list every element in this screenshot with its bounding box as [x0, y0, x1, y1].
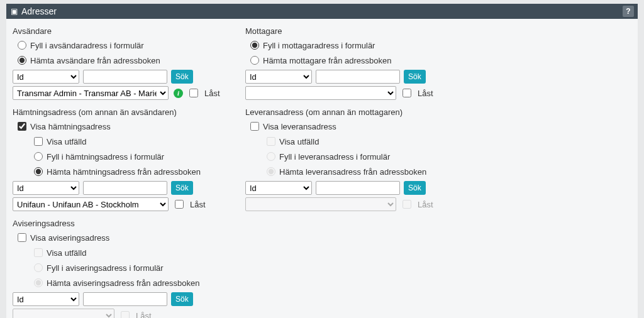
delivery-section: Leveransadress (om annan än mottagaren) … [245, 107, 465, 219]
pickup-expanded-checkbox[interactable] [34, 137, 43, 146]
sender-radio-fill-input[interactable] [18, 41, 26, 50]
sender-id-select[interactable]: Id [13, 70, 79, 84]
sender-locked-checkbox[interactable] [189, 89, 198, 97]
sender-locked-label: Låst [204, 89, 220, 98]
receiver-radio-fill-input[interactable] [250, 41, 259, 50]
receiver-radio-fetch-input[interactable] [250, 56, 259, 65]
notify-result-select [13, 309, 114, 318]
pickup-radio-fill-input[interactable] [34, 152, 43, 161]
delivery-locked-checkbox [402, 200, 411, 209]
sender-radio-fetch-label: Hämta avsändare från adressboken [30, 56, 160, 65]
notify-radio-fetch: Hämta aviseringsadress från adressboken [13, 276, 233, 290]
notify-locked-checkbox [121, 311, 130, 318]
notify-radio-fetch-input [34, 278, 43, 287]
delivery-id-select[interactable]: Id [245, 181, 312, 195]
sender-search-button[interactable]: Sök [171, 70, 193, 84]
receiver-section: Mottagare Fyll i mottagaradress i formul… [245, 26, 465, 107]
pickup-radio-fill[interactable]: Fyll i hämtningsadress i formulär [13, 150, 233, 163]
panel-title: Adresser [21, 6, 623, 16]
notify-show-label: Visa aviseringsadress [30, 233, 109, 243]
delivery-radio-fetch-label: Hämta leveransadress från adressboken [279, 167, 426, 177]
pickup-section: Hämtningsadress (om annan än avsändaren)… [13, 107, 233, 219]
collapse-icon[interactable]: ▣ [10, 8, 18, 15]
receiver-search-input[interactable] [316, 70, 400, 84]
notify-show-checkbox[interactable] [18, 233, 26, 242]
pickup-radio-fetch-input[interactable] [34, 167, 43, 176]
pickup-locked-label: Låst [190, 200, 206, 209]
receiver-radio-fill[interactable]: Fyll i mottagaradress i formulär [245, 38, 465, 52]
delivery-show-checkbox[interactable] [250, 122, 259, 131]
pickup-radio-fetch-label: Hämta hämtningsadress från adressboken [47, 167, 201, 177]
panel-header[interactable]: ▣ Adresser ? [6, 4, 638, 19]
pickup-result-select[interactable]: Unifaun - Unifaun AB - Stockholm [13, 197, 169, 211]
sender-search-input[interactable] [83, 70, 167, 84]
delivery-show[interactable]: Visa leveransadress [245, 119, 465, 133]
receiver-result-select[interactable] [245, 86, 396, 100]
sender-radio-fetch[interactable]: Hämta avsändare från adressboken [13, 53, 233, 67]
sender-radio-fill-label: Fyll i avsändaradress i formulär [30, 41, 144, 50]
notify-expanded-label: Visa utfälld [47, 248, 86, 258]
receiver-search-button[interactable]: Sök [404, 70, 426, 84]
help-button[interactable]: ? [623, 6, 634, 17]
notify-locked-label: Låst [136, 311, 152, 319]
delivery-locked-label: Låst [418, 200, 433, 209]
pickup-search-button[interactable]: Sök [171, 181, 193, 195]
delivery-radio-fill-label: Fyll i leveransadress i formulär [279, 152, 390, 162]
delivery-expanded-checkbox [267, 137, 275, 146]
pickup-radio-fetch[interactable]: Hämta hämtningsadress från adressboken [13, 165, 233, 178]
delivery-show-label: Visa leveransadress [263, 122, 336, 131]
pickup-radio-fill-label: Fyll i hämtningsadress i formulär [47, 152, 164, 162]
receiver-id-select[interactable]: Id [245, 70, 312, 84]
receiver-locked-label: Låst [418, 89, 433, 98]
notify-search-button[interactable]: Sök [171, 292, 193, 306]
notify-radio-fill-label: Fyll i aviseringsadress i formulär [47, 263, 164, 273]
pickup-expanded-label: Visa utfälld [47, 137, 86, 146]
pickup-id-select[interactable]: Id [13, 181, 79, 195]
pickup-expanded[interactable]: Visa utfälld [13, 134, 233, 148]
sender-result-select[interactable]: Transmar Admin - Transmar AB - Marieha [13, 86, 169, 100]
notify-expanded-checkbox [34, 248, 43, 257]
receiver-radio-fetch-label: Hämta mottagare från adressboken [263, 56, 392, 65]
notify-show[interactable]: Visa aviseringsadress [13, 231, 233, 244]
pickup-locked-checkbox[interactable] [175, 200, 184, 209]
delivery-expanded: Visa utfälld [245, 134, 465, 148]
delivery-expanded-label: Visa utfälld [279, 137, 319, 146]
pickup-show-label: Visa hämtningsadress [30, 122, 111, 131]
notify-section: Aviseringsadress Visa aviseringsadress V… [13, 219, 233, 318]
notify-radio-fill: Fyll i aviseringsadress i formulär [13, 261, 233, 275]
delivery-radio-fill: Fyll i leveransadress i formulär [245, 150, 465, 163]
notify-radio-fetch-label: Hämta aviseringsadress från adressboken [47, 278, 200, 288]
delivery-radio-fill-input [267, 152, 275, 161]
sender-radio-fill[interactable]: Fyll i avsändaradress i formulär [13, 38, 233, 52]
pickup-search-input[interactable] [83, 181, 167, 195]
pickup-show[interactable]: Visa hämtningsadress [13, 119, 233, 133]
sender-section: Avsändare Fyll i avsändaradress i formul… [13, 26, 233, 107]
receiver-radio-fetch[interactable]: Hämta mottagare från adressboken [245, 53, 465, 67]
delivery-result-select [245, 197, 396, 211]
info-icon[interactable]: i [174, 89, 183, 98]
panel-body: Avsändare Fyll i avsändaradress i formul… [6, 19, 638, 318]
notify-radio-fill-input [34, 263, 43, 272]
delivery-search-button[interactable]: Sök [404, 181, 426, 195]
notify-title: Aviseringsadress [13, 219, 233, 228]
sender-title: Avsändare [13, 26, 233, 36]
notify-id-select[interactable]: Id [13, 292, 79, 306]
notify-search-input[interactable] [83, 292, 167, 306]
pickup-title: Hämtningsadress (om annan än avsändaren) [13, 107, 233, 117]
pickup-show-checkbox[interactable] [18, 122, 26, 131]
notify-expanded: Visa utfälld [13, 246, 233, 260]
delivery-search-input[interactable] [316, 181, 400, 195]
receiver-title: Mottagare [245, 26, 465, 36]
delivery-radio-fetch: Hämta leveransadress från adressboken [245, 165, 465, 178]
delivery-title: Leveransadress (om annan än mottagaren) [245, 107, 465, 117]
receiver-locked-checkbox[interactable] [402, 89, 411, 97]
receiver-radio-fill-label: Fyll i mottagaradress i formulär [263, 41, 375, 50]
delivery-radio-fetch-input [267, 167, 275, 176]
sender-radio-fetch-input[interactable] [18, 56, 26, 65]
